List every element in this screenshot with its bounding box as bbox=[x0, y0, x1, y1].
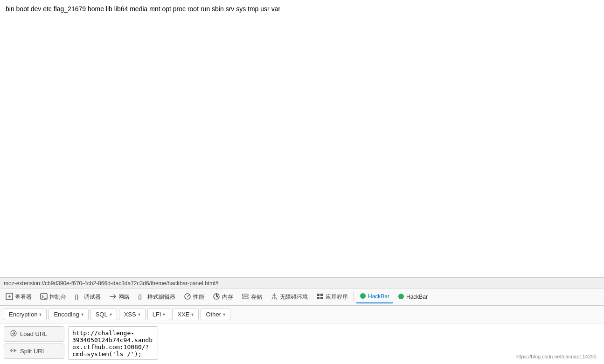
encryption-dropdown[interactable]: Encryption ▾ bbox=[4, 309, 47, 320]
lfi-dropdown[interactable]: LFI ▾ bbox=[147, 309, 171, 320]
page-text: bin boot dev etc flag_21679 home lib lib… bbox=[6, 4, 598, 14]
style-editor-icon: {} bbox=[138, 293, 146, 302]
url-input[interactable] bbox=[68, 326, 158, 360]
hackbar2-icon bbox=[398, 293, 404, 301]
toolbar-item-performance[interactable]: 性能 bbox=[180, 291, 208, 303]
hackbar-content: Load URL Split URL https://blog.csdn.net… bbox=[0, 323, 604, 364]
svg-rect-10 bbox=[320, 294, 323, 296]
toolbar-item-debugger[interactable]: {} 调试器 bbox=[71, 291, 104, 303]
hackbar1-label: HackBar bbox=[368, 293, 389, 300]
performance-icon bbox=[184, 293, 191, 302]
toolbar-item-console[interactable]: 控制台 bbox=[36, 291, 70, 303]
network-icon bbox=[109, 293, 117, 302]
xxe-label: XXE bbox=[177, 311, 189, 318]
toolbar-item-hackbar2[interactable]: HackBar bbox=[394, 291, 431, 303]
encoding-dropdown[interactable]: Encoding ▾ bbox=[49, 309, 88, 320]
status-url: moz-extension://cb9d390e-f670-4cb2-866d-… bbox=[4, 280, 218, 287]
encoding-arrow: ▾ bbox=[81, 312, 83, 317]
sql-dropdown[interactable]: SQL ▾ bbox=[90, 309, 117, 320]
memory-label: 内存 bbox=[222, 293, 233, 301]
hackbar1-icon bbox=[360, 293, 366, 301]
toolbar-item-memory[interactable]: 内存 bbox=[209, 291, 237, 303]
other-dropdown[interactable]: Other ▾ bbox=[201, 309, 230, 320]
other-arrow: ▾ bbox=[223, 312, 225, 317]
inspector-icon bbox=[6, 293, 13, 302]
toolbar-item-hackbar1[interactable]: HackBar bbox=[356, 291, 393, 303]
split-url-button[interactable]: Split URL bbox=[4, 343, 64, 359]
browser-toolbar: 查看器 控制台 {} 调试器 网络 {} 样式编辑器 性能 内存 bbox=[0, 288, 604, 305]
xxe-arrow: ▾ bbox=[191, 312, 194, 317]
network-label: 网络 bbox=[118, 293, 130, 301]
load-url-icon bbox=[10, 330, 17, 338]
encryption-label: Encryption bbox=[9, 311, 37, 318]
storage-label: 存储 bbox=[251, 293, 262, 301]
svg-rect-6 bbox=[243, 294, 248, 296]
svg-rect-12 bbox=[320, 297, 323, 299]
svg-rect-11 bbox=[317, 297, 319, 299]
xxe-dropdown[interactable]: XXE ▾ bbox=[172, 309, 199, 320]
apps-label: 应用程序 bbox=[326, 293, 348, 301]
svg-point-13 bbox=[360, 293, 366, 299]
debugger-icon: {} bbox=[75, 293, 82, 302]
accessibility-label: 无障碍环境 bbox=[280, 293, 308, 301]
toolbar-separator bbox=[354, 292, 354, 302]
debugger-label: 调试器 bbox=[84, 293, 101, 301]
svg-point-8 bbox=[274, 293, 275, 295]
toolbar-item-accessibility[interactable]: 无障碍环境 bbox=[267, 291, 312, 303]
accessibility-icon bbox=[271, 293, 278, 302]
main-content: bin boot dev etc flag_21679 home lib lib… bbox=[0, 0, 604, 277]
status-bar: moz-extension://cb9d390e-f670-4cb2-866d-… bbox=[0, 277, 604, 288]
load-url-label: Load URL bbox=[20, 330, 48, 337]
hackbar-buttons: Load URL Split URL bbox=[4, 326, 64, 359]
style-editor-label: 样式编辑器 bbox=[147, 293, 175, 301]
hackbar2-label: HackBar bbox=[406, 294, 428, 300]
split-url-icon bbox=[10, 347, 17, 356]
storage-icon bbox=[242, 293, 249, 302]
inspector-label: 查看器 bbox=[15, 293, 32, 301]
split-url-label: Split URL bbox=[20, 348, 46, 355]
console-label: 控制台 bbox=[49, 293, 66, 301]
svg-text:{}: {} bbox=[138, 294, 142, 300]
toolbar-item-storage[interactable]: 存储 bbox=[238, 291, 266, 303]
hackbar-toolbar: Encryption ▾ Encoding ▾ SQL ▾ XSS ▾ LFI … bbox=[0, 306, 604, 323]
hackbar-url-wrapper: https://blog.csdn.net/caimao114290 bbox=[68, 326, 600, 361]
console-icon bbox=[40, 293, 48, 302]
lfi-label: LFI bbox=[153, 311, 161, 318]
memory-icon bbox=[213, 293, 220, 302]
hackbar-panel: Encryption ▾ Encoding ▾ SQL ▾ XSS ▾ LFI … bbox=[0, 305, 604, 364]
xss-label: XSS bbox=[124, 311, 136, 318]
sql-label: SQL bbox=[96, 311, 108, 318]
xss-arrow: ▾ bbox=[138, 312, 140, 317]
toolbar-item-style-editor[interactable]: {} 样式编辑器 bbox=[134, 291, 179, 303]
encryption-arrow: ▾ bbox=[39, 312, 42, 317]
lfi-arrow: ▾ bbox=[163, 312, 165, 317]
toolbar-item-inspector[interactable]: 查看器 bbox=[2, 291, 35, 303]
other-label: Other bbox=[206, 311, 221, 318]
encoding-label: Encoding bbox=[54, 311, 79, 318]
svg-text:{}: {} bbox=[75, 293, 79, 300]
sql-arrow: ▾ bbox=[110, 312, 112, 317]
xss-dropdown[interactable]: XSS ▾ bbox=[119, 309, 146, 320]
apps-icon bbox=[316, 293, 324, 302]
toolbar-item-network[interactable]: 网络 bbox=[105, 291, 133, 303]
performance-label: 性能 bbox=[193, 293, 204, 301]
svg-rect-7 bbox=[243, 297, 248, 299]
load-url-button[interactable]: Load URL bbox=[4, 326, 64, 342]
hackbar-hint: https://blog.csdn.net/caimao114290 bbox=[515, 354, 597, 359]
toolbar-item-apps[interactable]: 应用程序 bbox=[312, 291, 352, 303]
svg-point-14 bbox=[398, 294, 404, 299]
svg-rect-9 bbox=[317, 294, 319, 296]
